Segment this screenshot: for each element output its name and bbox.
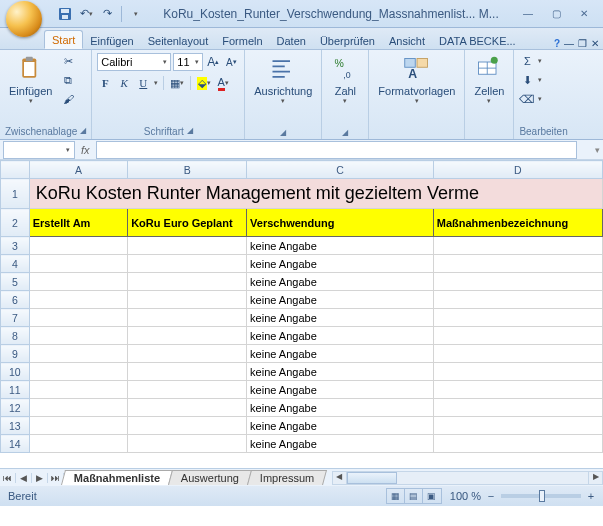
data-cell[interactable] [128,363,247,381]
data-cell[interactable] [128,381,247,399]
col-header-A[interactable]: A [29,161,127,179]
data-cell[interactable] [29,381,127,399]
data-cell[interactable]: keine Angabe [247,399,434,417]
header-cell[interactable]: Maßnahmenbezeichnung [433,209,602,237]
tab-start[interactable]: Start [44,30,83,49]
sheet-tab-impressum[interactable]: Impressum [247,470,327,485]
data-cell[interactable] [128,255,247,273]
font-color-icon[interactable]: A▾ [215,75,231,91]
cut-icon[interactable]: ✂ [60,53,76,69]
format-painter-icon[interactable]: 🖌 [60,91,76,107]
help-icon[interactable]: ? [554,38,560,49]
data-cell[interactable]: keine Angabe [247,327,434,345]
data-cell[interactable] [128,291,247,309]
font-size-select[interactable]: 11▾ [173,53,203,71]
data-cell[interactable] [128,399,247,417]
row-header[interactable]: 8 [1,327,30,345]
data-cell[interactable]: keine Angabe [247,363,434,381]
doc-close-button[interactable]: ✕ [591,38,599,49]
normal-view-icon[interactable]: ▦ [387,489,405,503]
italic-button[interactable]: K [116,75,132,91]
col-header-C[interactable]: C [247,161,434,179]
cells-button[interactable]: Zellen ▾ [470,53,508,107]
tab-daten[interactable]: Daten [270,32,313,49]
data-cell[interactable] [433,435,602,453]
row-header[interactable]: 1 [1,179,30,209]
data-cell[interactable] [433,255,602,273]
data-cell[interactable] [128,327,247,345]
expand-formula-icon[interactable]: ▾ [591,145,603,155]
scroll-right-icon[interactable]: ▶ [588,472,602,484]
fx-icon[interactable]: fx [81,144,90,156]
data-cell[interactable] [433,399,602,417]
qat-customize-icon[interactable]: ▾ [127,5,145,23]
tab-ansicht[interactable]: Ansicht [382,32,432,49]
data-cell[interactable] [29,345,127,363]
paste-button[interactable]: Einfügen ▾ [5,53,56,107]
data-cell[interactable] [433,291,602,309]
data-cell[interactable] [433,273,602,291]
data-cell[interactable]: keine Angabe [247,417,434,435]
save-icon[interactable] [56,5,74,23]
data-cell[interactable]: keine Angabe [247,381,434,399]
grow-font-icon[interactable]: A▴ [205,54,221,70]
row-header[interactable]: 5 [1,273,30,291]
minimize-button[interactable]: — [517,7,539,21]
shrink-font-icon[interactable]: A▾ [223,54,239,70]
data-cell[interactable] [29,291,127,309]
close-button[interactable]: ✕ [573,7,595,21]
data-cell[interactable]: keine Angabe [247,237,434,255]
data-cell[interactable] [433,309,602,327]
row-header[interactable]: 12 [1,399,30,417]
autosum-icon[interactable]: Σ [519,53,535,69]
zoom-slider[interactable] [501,494,581,498]
row-header[interactable]: 10 [1,363,30,381]
clear-icon[interactable]: ⌫ [519,91,535,107]
data-cell[interactable] [128,417,247,435]
row-header[interactable]: 13 [1,417,30,435]
fill-color-icon[interactable]: ⬙▾ [196,75,212,91]
row-header[interactable]: 2 [1,209,30,237]
header-cell[interactable]: KoRu Euro Geplant [128,209,247,237]
zoom-level[interactable]: 100 % [450,490,481,502]
data-cell[interactable] [433,363,602,381]
data-cell[interactable] [29,399,127,417]
font-name-select[interactable]: Calibri▾ [97,53,171,71]
data-cell[interactable] [29,327,127,345]
data-cell[interactable] [128,345,247,363]
data-cell[interactable] [29,273,127,291]
col-header-B[interactable]: B [128,161,247,179]
zoom-in-button[interactable]: + [585,490,597,502]
font-launcher-icon[interactable]: ◢ [187,126,193,137]
border-icon[interactable]: ▦▾ [169,75,185,91]
data-cell[interactable] [29,417,127,435]
row-header[interactable]: 14 [1,435,30,453]
data-cell[interactable] [433,237,602,255]
row-header[interactable]: 9 [1,345,30,363]
page-layout-view-icon[interactable]: ▤ [405,489,423,503]
data-cell[interactable] [29,309,127,327]
header-cell[interactable]: Verschwendung [247,209,434,237]
horizontal-scrollbar[interactable]: ◀ ▶ [332,471,603,485]
number-launcher-icon[interactable]: ◢ [342,128,348,137]
worksheet[interactable]: A B C D 1 KoRu Kosten Runter Management … [0,160,603,468]
office-button[interactable] [6,1,42,37]
alignment-launcher-icon[interactable]: ◢ [280,128,286,137]
data-cell[interactable]: keine Angabe [247,291,434,309]
styles-button[interactable]: A Formatvorlagen ▾ [374,53,459,107]
row-header[interactable]: 7 [1,309,30,327]
redo-icon[interactable]: ↷ [98,5,116,23]
data-cell[interactable] [29,363,127,381]
data-cell[interactable]: keine Angabe [247,435,434,453]
row-header[interactable]: 11 [1,381,30,399]
row-header[interactable]: 6 [1,291,30,309]
sheet-tab-auswertung[interactable]: Auswertung [168,470,252,485]
data-cell[interactable] [128,435,247,453]
data-cell[interactable]: keine Angabe [247,345,434,363]
maximize-button[interactable]: ▢ [545,7,567,21]
row-header[interactable]: 4 [1,255,30,273]
tab-nav-next-icon[interactable]: ▶ [32,473,48,483]
row-header[interactable]: 3 [1,237,30,255]
underline-button[interactable]: U [135,75,151,91]
data-cell[interactable] [29,237,127,255]
